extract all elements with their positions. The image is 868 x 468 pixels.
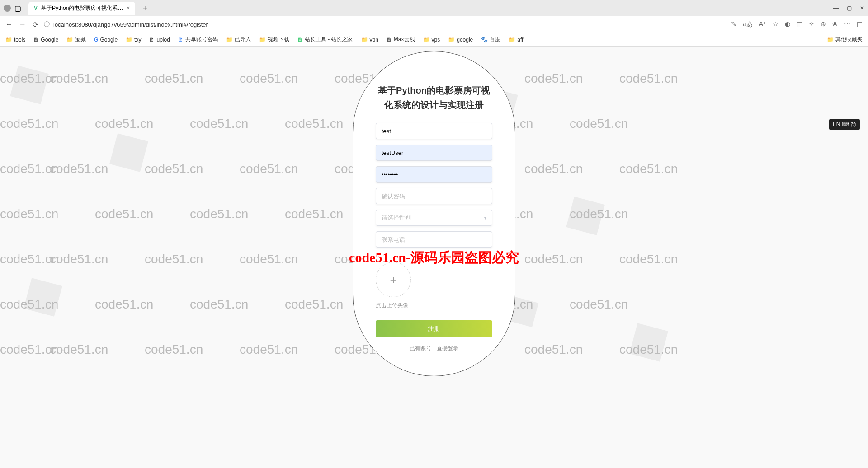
bookmark-other[interactable]: 📁其他收藏夹: [827, 36, 863, 43]
ime-badge[interactable]: EN ⌨ 简: [829, 119, 860, 130]
favorite-icon[interactable]: ☆: [773, 20, 778, 28]
folder-icon: 📁: [361, 37, 368, 43]
confirm-password-input[interactable]: [376, 188, 492, 204]
collections-icon[interactable]: ✧: [809, 20, 814, 28]
bookmark-vps[interactable]: 📁vps: [423, 37, 440, 43]
plus-icon: +: [390, 273, 396, 287]
folder-icon: 📁: [509, 37, 515, 43]
bookmark-tools[interactable]: 📁tools: [5, 37, 25, 43]
sidebar-icon[interactable]: ▤: [857, 20, 863, 28]
browser-chrome: ▢ V 基于Python的电影票房可视化系… × + — ▢ ✕ ← → ⟳ ⓘ…: [0, 0, 868, 47]
bookmark-vpn[interactable]: 📁vpn: [361, 37, 378, 43]
bookmark-aff[interactable]: 📁aff: [509, 37, 523, 43]
folder-icon: 📁: [126, 37, 132, 43]
tab-title: 基于Python的电影票房可视化系…: [41, 5, 123, 12]
bookmark-google2[interactable]: GGoogle: [94, 37, 118, 43]
page-icon: 🗎: [297, 37, 303, 43]
page-icon: 🗎: [33, 37, 39, 43]
bookmark-baidu[interactable]: 🐾百度: [481, 36, 500, 43]
bookmark-webmaster[interactable]: 🗎站长工具 - 站长之家: [297, 36, 353, 43]
account-input[interactable]: [376, 123, 492, 139]
maximize-icon[interactable]: ▢: [847, 5, 852, 11]
edit-icon[interactable]: ✎: [731, 20, 736, 28]
google-icon: G: [94, 37, 98, 43]
bookmark-txy[interactable]: 📁txy: [126, 37, 141, 43]
address-bar: ← → ⟳ ⓘ localhost:8080/django7v659/admin…: [0, 16, 868, 33]
phone-input[interactable]: [376, 231, 492, 248]
page-icon: 🗎: [149, 37, 155, 43]
bookmark-shared[interactable]: 🗎共享账号密码: [178, 36, 218, 43]
url-text: localhost:8080/django7v659/admin/dist/in…: [53, 21, 208, 28]
folder-icon: 📁: [259, 37, 266, 43]
bookmark-imported[interactable]: 📁已导入: [226, 36, 251, 43]
folder-icon: 📁: [423, 37, 430, 43]
extension2-icon[interactable]: ❀: [832, 20, 838, 28]
profile-avatar-icon[interactable]: [4, 5, 11, 12]
gender-select[interactable]: 请选择性别 ▾: [376, 210, 492, 226]
login-link[interactable]: 已有账号，直接登录: [376, 345, 492, 352]
bookmarks-bar: 📁tools 🗎Google 📁宝藏 GGoogle 📁txy 🗎uplod 🗎…: [0, 33, 868, 46]
vue-logo-icon: V: [34, 5, 38, 11]
bookmark-google1[interactable]: 🗎Google: [33, 37, 58, 43]
site-info-icon[interactable]: ⓘ: [44, 20, 50, 28]
split-icon[interactable]: ▥: [797, 20, 802, 28]
browser-tab[interactable]: V 基于Python的电影票房可视化系… ×: [28, 2, 135, 15]
bookmark-google-folder[interactable]: 📁google: [448, 37, 473, 43]
titlebar: ▢ V 基于Python的电影票房可视化系… × + — ▢ ✕: [0, 0, 868, 16]
back-icon[interactable]: ←: [5, 20, 13, 29]
register-button[interactable]: 注册: [376, 320, 492, 337]
folder-icon: 📁: [448, 37, 455, 43]
register-card: 基于Python的电影票房可视化系统的设计与实现注册 请选择性别 ▾ + 点击上…: [353, 51, 515, 376]
page-icon: 🗎: [178, 37, 184, 43]
folder-icon: 📁: [66, 37, 73, 43]
text-style-icon[interactable]: A⁺: [759, 20, 766, 28]
extension1-icon[interactable]: ◐: [785, 20, 790, 28]
bookmark-max[interactable]: 🗎Max云栈: [387, 36, 415, 43]
page-icon: 🗎: [387, 37, 392, 43]
close-tab-icon[interactable]: ×: [127, 5, 130, 11]
read-aloud-icon[interactable]: aあ: [743, 20, 753, 28]
username-input[interactable]: [376, 145, 492, 161]
reload-icon[interactable]: ⟳: [33, 20, 38, 29]
menu-icon[interactable]: ⋯: [844, 20, 850, 28]
baidu-icon: 🐾: [481, 37, 488, 43]
chevron-down-icon: ▾: [484, 215, 486, 220]
folder-icon: 📁: [226, 37, 233, 43]
app-icon[interactable]: ⊕: [821, 20, 826, 28]
gender-placeholder: 请选择性别: [382, 214, 411, 222]
avatar-upload-button[interactable]: +: [376, 262, 411, 297]
forward-icon[interactable]: →: [19, 20, 26, 29]
url-input[interactable]: ⓘ localhost:8080/django7v659/admin/dist/…: [44, 20, 726, 28]
page-content: code51.cn code51.cn code51.cn code51.cn …: [0, 47, 868, 468]
page-title: 基于Python的电影票房可视化系统的设计与实现注册: [376, 83, 492, 112]
upload-hint: 点击上传头像: [376, 302, 492, 309]
sidebar-toggle-icon[interactable]: ▢: [14, 4, 21, 13]
close-icon[interactable]: ✕: [860, 5, 864, 11]
password-input[interactable]: [376, 166, 492, 183]
minimize-icon[interactable]: —: [833, 5, 839, 11]
bookmark-uplod[interactable]: 🗎uplod: [149, 37, 170, 43]
folder-icon: 📁: [827, 37, 834, 43]
bookmark-treasure[interactable]: 📁宝藏: [66, 36, 86, 43]
window-controls: — ▢ ✕: [833, 5, 864, 11]
new-tab-button[interactable]: +: [142, 4, 147, 13]
folder-icon: 📁: [5, 37, 12, 43]
bookmark-video[interactable]: 📁视频下载: [259, 36, 289, 43]
